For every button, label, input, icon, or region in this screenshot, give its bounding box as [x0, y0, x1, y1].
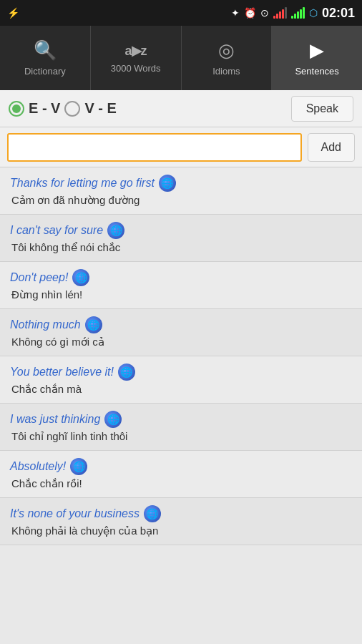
sentence-item[interactable]: I was just thinkingTôi chỉ nghĩ linh tin… [0, 404, 362, 451]
sentence-en-row: I was just thinking [10, 411, 352, 428]
sentence-english: I can't say for sure [10, 224, 103, 237]
sentence-english: It's none of your business [10, 507, 140, 520]
speaker-icon[interactable] [144, 505, 161, 522]
sentence-english: I was just thinking [10, 413, 100, 426]
bluetooth-icon: ✦ [231, 7, 240, 19]
ev-label: E - V [29, 100, 60, 117]
sentence-item[interactable]: Absolutely!Chắc chắn rồi! [0, 451, 362, 498]
sentence-en-row: It's none of your business [10, 505, 352, 522]
dictionary-icon: 🔍 [34, 39, 57, 62]
sentence-list: Thanks for letting me go firstCảm ơn đã … [0, 167, 362, 644]
speaker-icon[interactable] [72, 269, 89, 286]
sentence-vietnamese: Không có gì mới cả [11, 336, 352, 348]
sentence-vietnamese: Tôi chỉ nghĩ linh tinh thôi [11, 430, 352, 443]
speaker-icon[interactable] [159, 175, 176, 192]
sentence-en-row: Nothing much [10, 316, 352, 333]
sentence-en-row: I can't say for sure [10, 222, 352, 239]
status-left: ⚡ [7, 7, 19, 19]
speaker-icon[interactable] [104, 411, 122, 428]
sentence-vietnamese: Đừng nhìn lén! [11, 288, 352, 301]
tab-bar: 🔍 Dictionary a▶z 3000 Words ◎ Idioms ▶ S… [0, 26, 362, 90]
signal-bars-green [291, 7, 305, 19]
sentence-english: Thanks for letting me go first [10, 177, 155, 190]
sentence-vietnamese: Tôi không thể nói chắc [11, 241, 352, 254]
sentence-item[interactable]: You better believe it!Chắc chắn mà [0, 356, 362, 404]
status-bar: ⚡ ✦ ⏰ ⊙ ⬡ 02:01 [0, 0, 362, 26]
3000words-icon: a▶z [125, 43, 147, 59]
sentence-vietnamese: Không phải là chuyện của bạn [11, 525, 352, 537]
sentence-en-row: Thanks for letting me go first [10, 175, 352, 192]
speaker-icon[interactable] [70, 458, 87, 475]
ev-radio-inner [12, 104, 21, 113]
sentence-english: You better believe it! [10, 366, 114, 379]
speaker-icon[interactable] [118, 364, 135, 381]
search-row: Add [0, 127, 362, 167]
sentence-item[interactable]: Don't peep!Đừng nhìn lén! [0, 262, 362, 309]
mode-row: E - V V - E Speak [0, 90, 362, 127]
sentence-en-row: Don't peep! [10, 269, 352, 286]
ve-label: V - E [84, 100, 116, 117]
sentence-item[interactable]: It's none of your businessKhông phải là … [0, 498, 362, 545]
speaker-icon[interactable] [85, 316, 102, 333]
signal-bars-red [273, 7, 287, 19]
sentences-icon: ▶ [310, 39, 324, 62]
tab-idioms-label: Idioms [212, 66, 240, 77]
sentence-en-row: Absolutely! [10, 458, 352, 475]
tab-sentences-label: Sentences [295, 66, 338, 77]
status-right: ✦ ⏰ ⊙ ⬡ 02:01 [231, 6, 355, 21]
battery-icon: ⬡ [309, 7, 318, 19]
add-button[interactable]: Add [308, 133, 355, 162]
sentence-item[interactable]: I can't say for sureTôi không thể nói ch… [0, 215, 362, 262]
usb-icon: ⚡ [7, 7, 19, 19]
idioms-icon: ◎ [218, 39, 235, 62]
sentence-item[interactable]: Thanks for letting me go firstCảm ơn đã … [0, 167, 362, 215]
sentence-vietnamese: Chắc chắn rồi! [11, 477, 352, 490]
ev-radio[interactable] [9, 101, 24, 117]
sentence-english: Nothing much [10, 318, 81, 331]
speaker-icon[interactable] [107, 222, 124, 239]
alarm-icon: ⏰ [244, 7, 256, 19]
sync-icon: ⊙ [260, 7, 269, 19]
tab-3000words[interactable]: a▶z 3000 Words [91, 26, 182, 90]
mode-selector[interactable]: E - V V - E [9, 100, 117, 117]
search-input[interactable] [7, 133, 302, 162]
speak-button[interactable]: Speak [291, 96, 353, 122]
sentence-vietnamese: Chắc chắn mà [11, 383, 352, 396]
tab-sentences[interactable]: ▶ Sentences [272, 26, 362, 90]
clock: 02:01 [322, 6, 355, 21]
tab-dictionary-label: Dictionary [24, 66, 66, 77]
sentence-vietnamese: Cảm ơn đã nhường đường [11, 194, 352, 207]
ve-radio[interactable] [64, 101, 80, 117]
sentence-english: Don't peep! [10, 271, 68, 284]
tab-dictionary[interactable]: 🔍 Dictionary [0, 26, 91, 90]
tab-idioms[interactable]: ◎ Idioms [182, 26, 273, 90]
sentence-english: Absolutely! [10, 460, 66, 473]
sentence-en-row: You better believe it! [10, 364, 352, 381]
sentence-item[interactable]: Nothing muchKhông có gì mới cả [0, 309, 362, 356]
tab-3000words-label: 3000 Words [111, 63, 161, 74]
